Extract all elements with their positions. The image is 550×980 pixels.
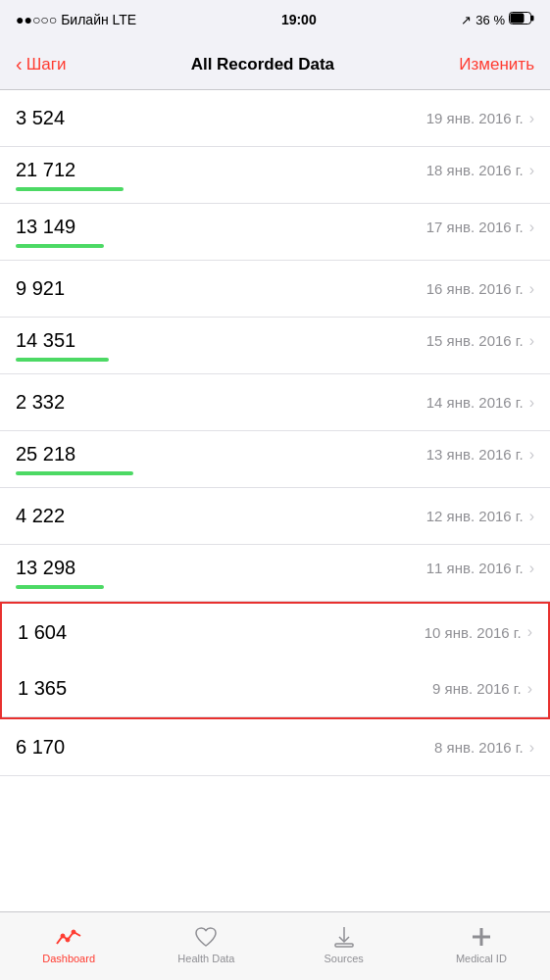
tab-sources-label: Sources	[324, 953, 363, 964]
list-item-row: 1 60410 янв. 2016 г.›	[18, 621, 532, 644]
list-item-date-group: 15 янв. 2016 г.›	[426, 332, 534, 350]
list-item[interactable]: 14 35115 янв. 2016 г.›	[0, 318, 550, 374]
status-bar: ●●○○○ Билайн LTE 19:00 ↗ 36 %	[0, 0, 550, 39]
chevron-right-icon: ›	[529, 219, 534, 236]
back-button[interactable]: ‹ Шаги	[16, 55, 66, 74]
list-item-value: 13 149	[16, 216, 75, 238]
chevron-right-icon: ›	[529, 739, 534, 757]
chevron-right-icon: ›	[529, 110, 534, 127]
list-item[interactable]: 13 29811 янв. 2016 г.›	[0, 545, 550, 602]
chevron-right-icon: ›	[529, 280, 534, 298]
chevron-right-icon: ›	[527, 680, 532, 698]
health-data-icon	[193, 924, 219, 950]
tab-medical-id-label: Medical ID	[456, 953, 507, 964]
list-item-date-group: 17 янв. 2016 г.›	[426, 219, 534, 236]
page-title: All Recorded Data	[191, 55, 334, 74]
list-item[interactable]: 13 14917 янв. 2016 г.›	[0, 204, 550, 261]
tab-bar: Dashboard Health Data Sources Medical ID	[0, 911, 550, 980]
list-item-value: 21 712	[16, 159, 75, 181]
progress-bar	[16, 244, 104, 248]
list-item-date: 9 янв. 2016 г.	[432, 680, 522, 697]
list-item[interactable]: 6 1708 янв. 2016 г.›	[0, 719, 550, 776]
list-item-row: 13 14917 янв. 2016 г.›	[16, 216, 534, 238]
list-item-date-group: 12 янв. 2016 г.›	[426, 508, 534, 525]
list-item-value: 6 170	[16, 736, 65, 759]
chevron-right-icon: ›	[529, 560, 534, 577]
list-item-row: 13 29811 янв. 2016 г.›	[16, 557, 534, 579]
list-item-date-group: 16 янв. 2016 г.›	[426, 280, 534, 298]
list-item-row: 9 92116 янв. 2016 г.›	[16, 277, 534, 300]
tab-health-data[interactable]: Health Data	[137, 912, 275, 980]
status-time: 19:00	[281, 12, 317, 27]
chevron-right-icon: ›	[527, 623, 532, 641]
battery-text: 36 %	[475, 13, 505, 27]
list-item-value: 1 604	[18, 621, 67, 644]
list-item-date: 19 янв. 2016 г.	[426, 110, 524, 126]
progress-bar	[16, 187, 124, 191]
list-item-date-group: 18 янв. 2016 г.›	[426, 162, 534, 179]
svg-rect-6	[335, 944, 353, 947]
list-item-value: 9 921	[16, 277, 65, 300]
list-item-date: 18 янв. 2016 г.	[426, 162, 524, 178]
back-chevron-icon: ‹	[16, 54, 23, 74]
status-right-group: ↗ 36 %	[461, 12, 534, 27]
battery-icon	[509, 12, 534, 27]
list-item[interactable]: 3 52419 янв. 2016 г.›	[0, 90, 550, 147]
progress-bar	[16, 358, 109, 362]
list-item-value: 2 332	[16, 391, 65, 414]
carrier-info: ●●○○○ Билайн LTE	[16, 12, 136, 27]
location-icon: ↗	[461, 13, 472, 27]
list-item-date: 17 янв. 2016 г.	[426, 219, 524, 235]
list-item-row: 3 52419 янв. 2016 г.›	[16, 107, 534, 129]
dashboard-icon	[56, 924, 81, 950]
list-item-date-group: 19 янв. 2016 г.›	[426, 110, 534, 127]
list-item-date-group: 8 янв. 2016 г.›	[434, 739, 534, 757]
tab-dashboard-label: Dashboard	[42, 953, 95, 964]
list-item-date: 16 янв. 2016 г.	[426, 280, 524, 297]
carrier-text: ●●○○○ Билайн LTE	[16, 12, 136, 27]
tab-medical-id[interactable]: Medical ID	[413, 912, 550, 980]
list-item[interactable]: 1 3659 янв. 2016 г.›	[2, 661, 548, 717]
records-list: 3 52419 янв. 2016 г.›21 71218 янв. 2016 …	[0, 90, 550, 911]
list-item-date: 8 янв. 2016 г.	[434, 739, 524, 756]
svg-rect-2	[510, 14, 524, 24]
tab-sources[interactable]: Sources	[275, 912, 413, 980]
list-item[interactable]: 25 21813 янв. 2016 г.›	[0, 431, 550, 488]
svg-point-5	[72, 930, 75, 934]
list-item-value: 3 524	[16, 107, 65, 129]
list-item-value: 13 298	[16, 557, 75, 579]
chevron-right-icon: ›	[529, 332, 534, 350]
list-item[interactable]: 21 71218 янв. 2016 г.›	[0, 147, 550, 204]
nav-bar: ‹ Шаги All Recorded Data Изменить	[0, 39, 550, 90]
medical-id-icon	[469, 924, 494, 950]
list-item-value: 1 365	[18, 677, 67, 700]
list-item-date-group: 14 янв. 2016 г.›	[426, 394, 534, 412]
list-item-row: 2 33214 янв. 2016 г.›	[16, 391, 534, 414]
list-item-row: 4 22212 янв. 2016 г.›	[16, 505, 534, 527]
list-item-row: 6 1708 янв. 2016 г.›	[16, 736, 534, 759]
list-item[interactable]: 4 22212 янв. 2016 г.›	[0, 488, 550, 545]
list-item-date: 11 янв. 2016 г.	[426, 560, 524, 576]
edit-button[interactable]: Изменить	[459, 55, 534, 74]
list-item-value: 4 222	[16, 505, 65, 527]
list-item-row: 21 71218 янв. 2016 г.›	[16, 159, 534, 181]
list-item[interactable]: 2 33214 янв. 2016 г.›	[0, 374, 550, 431]
list-item-date-group: 9 янв. 2016 г.›	[432, 680, 532, 698]
sources-icon	[331, 924, 357, 950]
tab-dashboard[interactable]: Dashboard	[0, 912, 137, 980]
list-item-date-group: 10 янв. 2016 г.›	[425, 623, 532, 641]
list-item-date: 14 янв. 2016 г.	[426, 394, 524, 411]
svg-point-3	[61, 934, 65, 938]
back-label: Шаги	[26, 55, 67, 74]
list-item[interactable]: 9 92116 янв. 2016 г.›	[0, 261, 550, 318]
list-item-date: 12 янв. 2016 г.	[426, 508, 524, 524]
list-item-row: 1 3659 янв. 2016 г.›	[18, 677, 532, 700]
progress-bar	[16, 585, 104, 589]
list-item[interactable]: 1 60410 янв. 2016 г.›	[2, 604, 548, 661]
progress-bar	[16, 471, 133, 475]
chevron-right-icon: ›	[529, 508, 534, 525]
svg-point-4	[66, 938, 70, 942]
list-item-date: 13 янв. 2016 г.	[426, 446, 524, 463]
tab-health-data-label: Health Data	[177, 953, 234, 964]
chevron-right-icon: ›	[529, 446, 534, 464]
